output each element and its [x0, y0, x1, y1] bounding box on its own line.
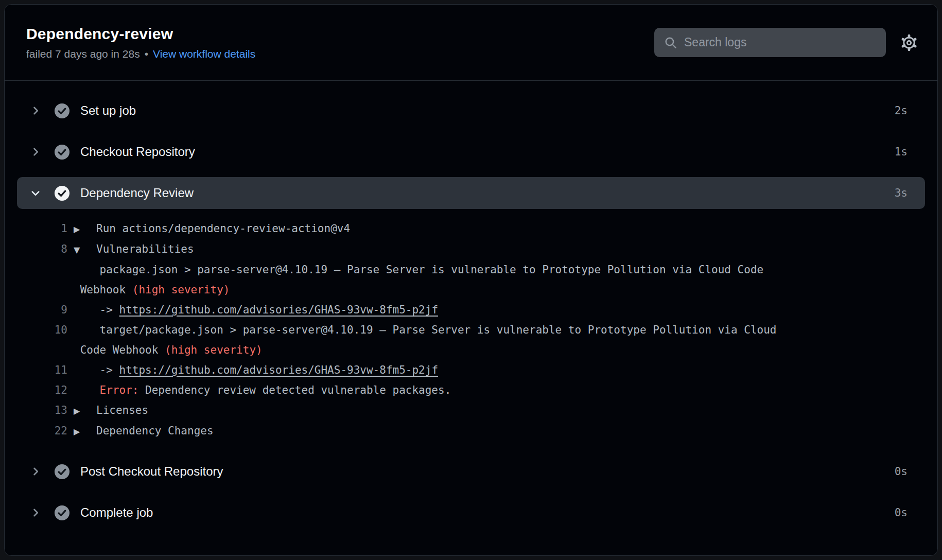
- log-line: package.json > parse-server@4.10.19 – Pa…: [17, 260, 913, 280]
- log-line-content: -> https://github.com/advisories/GHAS-93…: [74, 360, 438, 380]
- log-text: ->: [74, 364, 119, 376]
- advisory-link[interactable]: https://github.com/advisories/GHAS-93vw-…: [119, 364, 439, 376]
- log-text: package.json > parse-server@4.10.19 – Pa…: [74, 264, 763, 276]
- job-header-left: Dependency-review failed 7 days ago in 2…: [26, 25, 255, 60]
- step-duration: 3s: [895, 187, 914, 199]
- job-status-text: failed 7 days ago in 28s: [26, 48, 140, 60]
- log-text: Vulnerabilities: [96, 243, 194, 255]
- job-status-line: failed 7 days ago in 28s • View workflow…: [26, 48, 255, 60]
- log-line: 10 target/package.json > parse-server@4.…: [17, 320, 913, 340]
- triangle-down-icon[interactable]: ▼: [74, 240, 96, 260]
- chevron-right-icon[interactable]: [30, 106, 41, 116]
- log-line-number: 8: [17, 239, 67, 260]
- triangle-right-icon[interactable]: ▶: [74, 219, 96, 239]
- log-text: target/package.json > parse-server@4.10.…: [74, 324, 776, 336]
- job-header: Dependency-review failed 7 days ago in 2…: [5, 5, 937, 81]
- step-log-output: 1▶Run actions/dependency-review-action@v…: [17, 214, 925, 451]
- step-duration: 1s: [895, 146, 914, 158]
- log-line-content: ▶Dependency Changes: [74, 421, 214, 442]
- chevron-right-icon[interactable]: [30, 147, 41, 157]
- steps-list: Set up job 2s Checkout Repository 1s: [5, 81, 937, 533]
- log-viewer-page: Dependency-review failed 7 days ago in 2…: [0, 0, 942, 560]
- step-label: Post Checkout Repository: [80, 464, 223, 479]
- step-label: Set up job: [80, 103, 136, 118]
- log-line: Webhook (high severity): [17, 280, 913, 300]
- log-line: 11 -> https://github.com/advisories/GHAS…: [17, 360, 913, 380]
- search-logs-box[interactable]: [654, 28, 886, 57]
- log-line-content: Webhook (high severity): [74, 280, 230, 300]
- log-settings-button[interactable]: [900, 34, 918, 51]
- log-line: 12 Error: Dependency review detected vul…: [17, 380, 913, 400]
- log-line: 8▼Vulnerabilities: [17, 239, 913, 260]
- step-duration: 2s: [895, 104, 914, 117]
- log-line-content: ▶Licenses: [74, 400, 148, 421]
- log-line-number: 12: [17, 380, 67, 400]
- log-line: 1▶Run actions/dependency-review-action@v…: [17, 219, 913, 239]
- step-row-checkout-repository[interactable]: Checkout Repository 1s: [17, 131, 925, 172]
- log-line-number: [17, 340, 67, 360]
- log-text: Dependency review detected vulnerable pa…: [145, 384, 451, 396]
- step-duration: 0s: [895, 465, 914, 478]
- job-log-panel: Dependency-review failed 7 days ago in 2…: [4, 4, 938, 556]
- log-text: ->: [74, 304, 119, 316]
- step-row-post-checkout-repository[interactable]: Post Checkout Repository 0s: [17, 451, 925, 492]
- search-icon: [664, 36, 678, 50]
- check-circle-icon: [54, 505, 70, 521]
- log-text: Dependency Changes: [96, 425, 214, 437]
- log-line-content: ▼Vulnerabilities: [74, 239, 194, 260]
- log-line-number: [17, 260, 67, 280]
- log-error-text: (high severity): [132, 284, 230, 296]
- log-line-content: package.json > parse-server@4.10.19 – Pa…: [74, 260, 763, 280]
- check-circle-icon: [54, 103, 70, 119]
- chevron-down-icon[interactable]: [30, 188, 41, 198]
- log-error-text: Error:: [74, 384, 145, 396]
- log-line: 22▶Dependency Changes: [17, 421, 913, 442]
- log-line-number: 13: [17, 400, 67, 421]
- log-line-content: Code Webhook (high severity): [74, 340, 263, 360]
- check-circle-icon: [54, 464, 70, 480]
- triangle-right-icon[interactable]: ▶: [74, 422, 96, 442]
- log-error-text: (high severity): [165, 344, 263, 356]
- log-line-content: Error: Dependency review detected vulner…: [74, 380, 451, 400]
- step-label: Checkout Repository: [80, 145, 195, 159]
- log-line: 13▶Licenses: [17, 400, 913, 421]
- log-line: Code Webhook (high severity): [17, 340, 913, 360]
- log-line-number: [17, 280, 67, 300]
- log-text: Webhook: [74, 284, 132, 296]
- log-line-content: ▶Run actions/dependency-review-action@v4: [74, 219, 350, 239]
- log-text: Run actions/dependency-review-action@v4: [96, 222, 350, 235]
- status-separator-dot: •: [145, 48, 148, 60]
- check-circle-icon: [54, 185, 70, 201]
- step-row-set-up-job[interactable]: Set up job 2s: [17, 90, 925, 131]
- log-line-number: 1: [17, 219, 67, 239]
- job-header-right: [654, 28, 918, 57]
- log-line-number: 10: [17, 320, 67, 340]
- step-duration: 0s: [895, 506, 914, 519]
- page-title: Dependency-review: [26, 25, 255, 43]
- triangle-right-icon[interactable]: ▶: [74, 401, 96, 421]
- log-line-number: 22: [17, 421, 67, 442]
- log-line: 9 -> https://github.com/advisories/GHAS-…: [17, 300, 913, 320]
- chevron-right-icon[interactable]: [30, 466, 41, 477]
- log-line-number: 11: [17, 360, 67, 380]
- step-label: Complete job: [80, 505, 153, 520]
- log-line-content: target/package.json > parse-server@4.10.…: [74, 320, 776, 340]
- log-line-number: 9: [17, 300, 67, 320]
- log-text: Code Webhook: [74, 344, 165, 356]
- step-row-complete-job[interactable]: Complete job 0s: [17, 492, 925, 533]
- log-text: Licenses: [96, 404, 148, 416]
- gear-icon: [900, 34, 918, 51]
- view-workflow-details-link[interactable]: View workflow details: [153, 48, 255, 60]
- step-row-dependency-review[interactable]: Dependency Review 3s: [17, 177, 925, 209]
- log-line-content: -> https://github.com/advisories/GHAS-93…: [74, 300, 438, 320]
- step-label: Dependency Review: [80, 186, 194, 200]
- search-logs-input[interactable]: [684, 36, 877, 49]
- check-circle-icon: [54, 144, 70, 160]
- advisory-link[interactable]: https://github.com/advisories/GHAS-93vw-…: [119, 304, 439, 316]
- chevron-right-icon[interactable]: [30, 507, 41, 518]
